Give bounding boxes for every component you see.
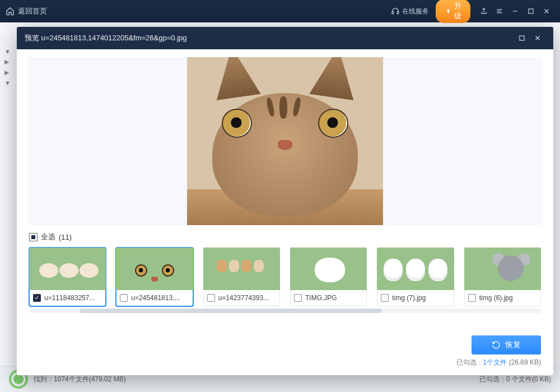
thumb-checkbox[interactable]	[468, 294, 476, 302]
thumbnail-strip: u=1118483257... u=245481813,... u=142377…	[17, 243, 553, 309]
thumb-item[interactable]: timg (7).jpg	[377, 248, 454, 306]
recover-button[interactable]: 恢复	[472, 335, 541, 354]
preview-image	[187, 57, 383, 225]
thumb-image	[290, 248, 367, 290]
svg-rect-3	[520, 36, 524, 40]
thumb-label: u=1118483257...	[44, 294, 95, 302]
found-files: 1074个文件	[54, 375, 89, 384]
svg-rect-0	[392, 12, 394, 14]
thumb-item[interactable]: u=1423774393...	[203, 248, 280, 306]
share-button[interactable]	[476, 3, 492, 19]
thumb-image	[203, 248, 280, 290]
thumb-checkbox[interactable]	[33, 294, 41, 302]
thumb-label: timg (7).jpg	[392, 294, 426, 302]
modal-maximize-button[interactable]	[514, 30, 530, 46]
thumb-scrollbar[interactable]	[29, 309, 541, 313]
home-link[interactable]: 返回首页	[6, 6, 47, 16]
online-service[interactable]: 在线服务	[391, 7, 429, 16]
sidebar-item[interactable]: ▶	[4, 58, 12, 66]
home-label: 返回首页	[18, 6, 47, 16]
footer-sel-count: 0 个文件	[506, 375, 532, 384]
modal-footer: 恢复 已勾选：1个文件 (26.69 KB)	[17, 330, 553, 375]
upgrade-label: 升级	[454, 1, 461, 21]
svg-rect-2	[529, 9, 533, 13]
recover-label: 恢复	[505, 340, 521, 350]
thumb-label: u=245481813,...	[131, 294, 180, 302]
thumb-label: TIMG.JPG	[305, 294, 337, 302]
thumb-item[interactable]: u=1118483257...	[29, 248, 106, 306]
thumb-label: timg (6).jpg	[479, 294, 513, 302]
menu-button[interactable]	[492, 3, 507, 19]
select-all-checkbox[interactable]	[29, 233, 38, 241]
thumb-label: u=1423774393...	[218, 294, 269, 302]
upgrade-button[interactable]: 升级	[436, 0, 470, 23]
footer-sel-size: (0 KB)	[532, 375, 551, 383]
modal-titlebar: 预览 u=245481813,1474012205&fm=26&gp=0.jpg	[17, 27, 553, 49]
select-all-label: 全选	[41, 232, 55, 242]
thumb-checkbox[interactable]	[294, 294, 302, 302]
thumb-image	[464, 248, 541, 290]
thumb-image	[116, 248, 193, 290]
thumb-item[interactable]: u=245481813,...	[116, 248, 193, 306]
thumb-image	[29, 248, 106, 290]
thumb-image	[377, 248, 454, 290]
thumb-item[interactable]: TIMG.JPG	[290, 248, 367, 306]
thumb-item[interactable]: timg (6).jpg	[464, 248, 541, 306]
svg-rect-1	[397, 12, 399, 14]
select-all-row[interactable]: 全选(11)	[17, 231, 553, 243]
sidebar: ▼ ▶ ▶ ▼	[0, 45, 17, 90]
upgrade-icon	[445, 8, 452, 15]
close-button[interactable]	[539, 3, 554, 19]
minimize-button[interactable]	[507, 3, 523, 19]
app-body: ▼ ▶ ▶ ▼ 找到： 1074个文件 (479.02 MB) 已勾选： 0 个…	[0, 22, 560, 392]
footer-sel-prefix: 已勾选：	[479, 375, 506, 384]
thumb-checkbox[interactable]	[207, 294, 215, 302]
preview-area	[28, 57, 542, 225]
headset-icon	[391, 7, 400, 16]
thumb-checkbox[interactable]	[381, 294, 389, 302]
online-service-label: 在线服务	[402, 7, 429, 16]
sidebar-item[interactable]: ▼	[4, 80, 12, 86]
selection-info: 已勾选：1个文件 (26.69 KB)	[456, 358, 541, 367]
preview-modal: 预览 u=245481813,1474012205&fm=26&gp=0.jpg…	[17, 27, 553, 375]
modal-close-button[interactable]	[530, 30, 545, 46]
app-titlebar: 返回首页 在线服务 升级	[0, 0, 560, 22]
modal-title: 预览 u=245481813,1474012205&fm=26&gp=0.jpg	[25, 33, 187, 43]
select-all-count: (11)	[59, 233, 72, 241]
home-icon	[6, 7, 15, 16]
recover-icon	[492, 340, 501, 349]
thumb-checkbox[interactable]	[120, 294, 128, 302]
found-prefix: 找到：	[34, 375, 54, 384]
sidebar-item[interactable]: ▶	[4, 69, 12, 76]
maximize-button[interactable]	[523, 3, 539, 19]
found-size: (479.02 MB)	[89, 375, 126, 383]
sidebar-item[interactable]: ▼	[4, 48, 12, 55]
scrollbar-thumb[interactable]	[80, 309, 382, 313]
